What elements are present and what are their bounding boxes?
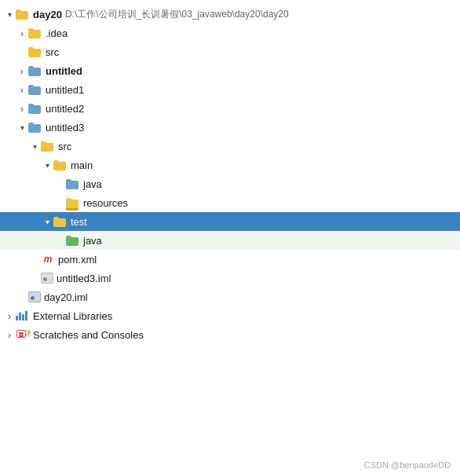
untitled2-folder-icon (28, 103, 42, 114)
untitled3-test-label: test (71, 216, 87, 228)
scratches-arrow (3, 329, 16, 341)
untitled3-test-java-icon (66, 235, 80, 246)
scratch-icon (16, 329, 30, 340)
root-folder-item[interactable]: day20 D:\工作\公司培训_长训暑假\03_javaweb\day20\d… (0, 5, 460, 24)
untitled2-arrow (16, 103, 28, 115)
untitled-folder-icon (28, 65, 42, 76)
src-label: src (46, 46, 59, 58)
external-libraries-item[interactable]: External Libraries (0, 306, 460, 325)
day20-iml-icon (28, 291, 41, 302)
untitled3-resources-icon (66, 197, 80, 208)
untitled3-src-label: src (58, 141, 71, 152)
untitled3-main-java-item[interactable]: java (0, 174, 460, 193)
day20-iml-label: day20.iml (44, 291, 88, 303)
untitled3-resources-label: resources (83, 197, 128, 209)
untitled3-main-arrow (41, 161, 53, 170)
untitled3-resources-item[interactable]: resources (0, 193, 460, 212)
untitled1-folder-item[interactable]: untitled1 (0, 80, 460, 99)
untitled3-main-java-icon (66, 178, 80, 189)
untitled3-test-item[interactable]: test (0, 212, 460, 231)
scratches-item[interactable]: Scratches and Consoles (0, 325, 460, 344)
project-tree: day20 D:\工作\公司培训_长训暑假\03_javaweb\day20\d… (0, 0, 460, 476)
untitled-folder-item[interactable]: untitled (0, 61, 460, 80)
untitled1-arrow (16, 84, 28, 96)
day20-iml-item[interactable]: day20.iml (0, 287, 460, 306)
untitled1-label: untitled1 (46, 84, 84, 96)
untitled3-src-arrow (28, 142, 41, 151)
root-label: day20 (33, 9, 62, 20)
untitled2-folder-item[interactable]: untitled2 (0, 99, 460, 118)
untitled1-folder-icon (28, 84, 42, 95)
untitled3-iml-icon (41, 273, 53, 284)
root-arrow (3, 10, 16, 19)
untitled3-main-java-label: java (83, 178, 102, 190)
idea-folder-icon (28, 27, 42, 38)
scratches-label: Scratches and Consoles (33, 329, 144, 341)
untitled3-main-item[interactable]: main (0, 156, 460, 174)
pom-xml-label: pom.xml (58, 254, 97, 265)
untitled3-iml-item[interactable]: untitled3.iml (0, 269, 460, 287)
untitled3-folder-icon (28, 122, 42, 133)
untitled3-arrow (16, 123, 28, 132)
untitled3-src-folder-icon (41, 141, 55, 152)
untitled3-test-icon (53, 216, 68, 227)
src-folder-item[interactable]: src (0, 42, 460, 61)
idea-folder-item[interactable]: .idea (0, 24, 460, 42)
untitled3-src-item[interactable]: src (0, 137, 460, 156)
untitled3-test-arrow (41, 218, 53, 226)
ext-lib-icon (16, 310, 30, 321)
idea-label: .idea (46, 27, 68, 39)
untitled3-test-java-label: java (83, 235, 102, 247)
untitled3-test-java-item[interactable]: java (0, 231, 460, 250)
root-path: D:\工作\公司培训_长训暑假\03_javaweb\day20\day20 (65, 8, 289, 21)
untitled-arrow (16, 65, 28, 77)
src-folder-icon (28, 46, 42, 57)
untitled-label: untitled (46, 65, 82, 77)
untitled3-folder-item[interactable]: untitled3 (0, 118, 460, 137)
ext-lib-label: External Libraries (33, 310, 112, 322)
maven-icon: m (41, 254, 55, 265)
untitled3-iml-label: untitled3.iml (57, 273, 111, 284)
untitled3-main-label: main (71, 159, 93, 171)
untitled3-label: untitled3 (46, 122, 84, 134)
untitled2-label: untitled2 (46, 103, 84, 115)
idea-arrow (16, 27, 28, 39)
untitled3-main-folder-icon (53, 159, 68, 170)
root-folder-icon (16, 9, 30, 20)
pom-xml-item[interactable]: m pom.xml (0, 250, 460, 269)
watermark: CSDN @benpaodeDD (364, 460, 451, 470)
ext-lib-arrow (3, 310, 16, 322)
